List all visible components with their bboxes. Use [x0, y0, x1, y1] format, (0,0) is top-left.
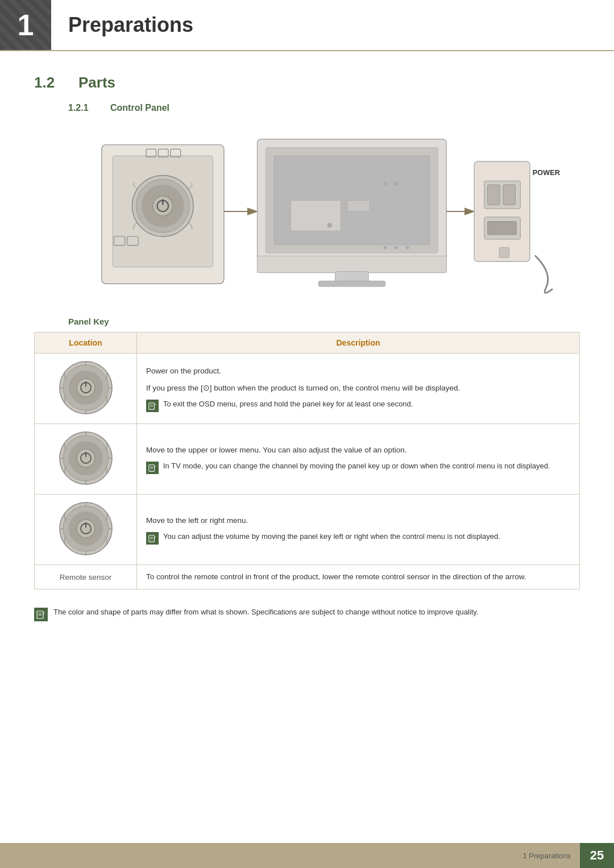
table-cell-description: To control the remote control in front o…: [137, 565, 580, 589]
knob-icon: [57, 359, 114, 416]
table-header-location: Location: [35, 333, 137, 354]
svg-rect-31: [474, 161, 530, 261]
note-symbol-icon: [36, 610, 45, 619]
svg-point-62: [77, 520, 95, 538]
description-line: Move to the upper or lower menu. You can…: [146, 444, 570, 456]
table-cell-description: Move to the left or right menu. You can …: [137, 495, 580, 565]
svg-point-26: [395, 246, 398, 250]
note-text: You can adjust the volume by moving the …: [163, 531, 500, 542]
footer-section-label: 1 Preparations: [522, 852, 571, 860]
control-panel-diagram: POWER: [68, 123, 580, 300]
svg-rect-34: [488, 185, 500, 205]
bottom-note-icon: [34, 608, 48, 621]
panel-key-label: Panel Key: [34, 317, 580, 326]
svg-rect-21: [347, 200, 370, 211]
svg-point-10: [153, 196, 173, 216]
table-row: Move to the upper or lower menu. You can…: [35, 424, 580, 495]
section-number: 1.2: [34, 74, 68, 92]
bottom-note: The color and shape of parts may differ …: [34, 607, 580, 621]
note-text: To exit the OSD menu, press and hold the…: [163, 398, 413, 410]
svg-rect-37: [488, 222, 517, 235]
page-footer: 1 Preparations 25: [0, 843, 614, 868]
table-cell-location: [35, 354, 137, 424]
diagram-svg: POWER: [68, 126, 580, 297]
note-icon: [146, 400, 159, 412]
bottom-note-text: The color and shape of parts may differ …: [53, 607, 478, 618]
svg-rect-38: [499, 248, 509, 258]
chapter-number: 1: [18, 8, 34, 42]
table-cell-location: Remote sensor: [35, 565, 137, 589]
svg-rect-30: [318, 281, 385, 286]
section-title: Parts: [78, 74, 115, 92]
pencil-note-icon: [148, 534, 156, 542]
table-row: Move to the left or right menu. You can …: [35, 495, 580, 565]
svg-point-23: [383, 182, 387, 186]
description-line: Move to the left or right menu.: [146, 514, 570, 527]
table-row: Remote sensorTo control the remote contr…: [35, 565, 580, 589]
svg-point-25: [384, 246, 387, 250]
chapter-number-block: 1: [0, 0, 51, 50]
remote-sensor-label: Remote sensor: [60, 573, 112, 582]
svg-point-42: [77, 379, 95, 397]
main-content: 1.2 Parts 1.2.1 Control Panel: [0, 51, 614, 667]
pencil-note-icon: [148, 402, 156, 410]
description-line: If you press the [⊙] button when the pro…: [146, 382, 570, 394]
section-heading: 1.2 Parts: [34, 74, 580, 92]
note-text: In TV mode, you can change the channel b…: [163, 460, 550, 472]
knob-icon: [57, 500, 114, 557]
svg-rect-20: [291, 200, 341, 231]
knob-icon: [57, 430, 114, 487]
table-cell-description: Power on the product.If you press the [⊙…: [137, 354, 580, 424]
chapter-title-area: Preparations: [51, 0, 614, 50]
table-cell-location: [35, 424, 137, 495]
pencil-note-icon: [148, 464, 156, 472]
subsection-number: 1.2.1: [68, 103, 102, 113]
svg-point-27: [406, 246, 409, 250]
page-header: 1 Preparations: [0, 0, 614, 51]
svg-point-22: [327, 223, 332, 228]
table-cell-description: Move to the upper or lower menu. You can…: [137, 424, 580, 495]
svg-rect-35: [503, 185, 516, 205]
panel-key-table: Location Description: [34, 332, 580, 589]
subsection-heading: 1.2.1 Control Panel: [34, 103, 580, 113]
svg-point-24: [395, 182, 399, 186]
footer-page-number: 25: [580, 843, 614, 868]
table-header-description: Description: [137, 333, 580, 354]
table-row: Power on the product.If you press the [⊙…: [35, 354, 580, 424]
description-line: To control the remote control in front o…: [146, 571, 570, 583]
note-icon: [146, 532, 159, 545]
subsection-title: Control Panel: [110, 103, 169, 113]
svg-point-52: [77, 449, 95, 467]
note-box: To exit the OSD menu, press and hold the…: [146, 398, 570, 412]
note-box: You can adjust the volume by moving the …: [146, 531, 570, 545]
svg-rect-28: [258, 256, 447, 272]
chapter-title: Preparations: [68, 13, 193, 37]
note-box: In TV mode, you can change the channel b…: [146, 460, 570, 474]
note-icon: [146, 462, 159, 474]
svg-text:POWER: POWER: [533, 168, 560, 177]
description-line: Power on the product.: [146, 365, 570, 377]
table-cell-location: [35, 495, 137, 565]
